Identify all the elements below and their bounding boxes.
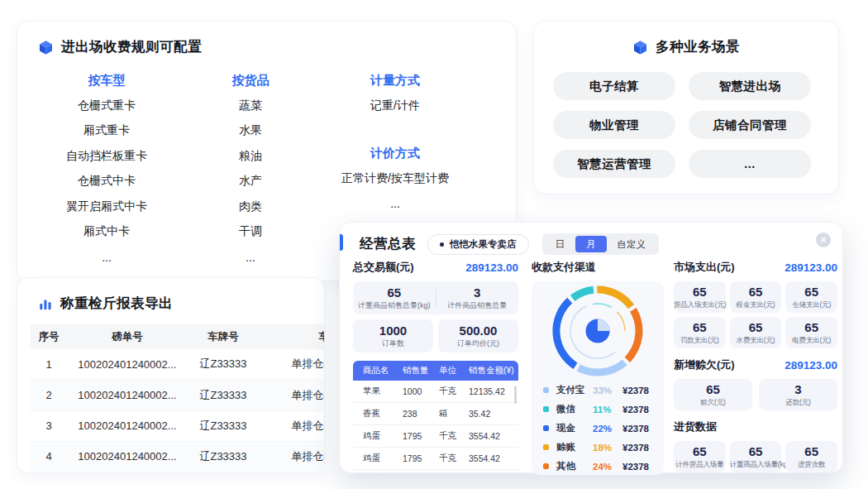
weigh-table-cell: 辽Z33333 — [188, 410, 259, 441]
legend-amount: ¥2378 — [622, 443, 649, 453]
legend-percent: 24% — [593, 462, 622, 472]
product-table-cell: 箱 — [439, 408, 469, 419]
section-value: 289123.00 — [785, 261, 837, 274]
period-tab[interactable]: 自定义 — [607, 236, 657, 252]
scenario-button[interactable]: 店铺合同管理 — [689, 111, 811, 139]
bar-chart-icon — [38, 296, 53, 311]
table-row: 苹果1000千克12135.42 — [353, 381, 518, 403]
legend-item: 微信11%¥2378 — [543, 400, 664, 419]
table-row: 4100202401240002...辽Z33333单排仓栅式货车 — [31, 441, 325, 472]
stat-label: 订单数 — [353, 338, 433, 348]
stat-label: 电费支出(元) — [785, 335, 837, 345]
scenario-button[interactable]: 智慧进出场 — [689, 72, 811, 100]
product-table-header-cell: 销售金额(¥) — [469, 365, 518, 376]
expense-stat-box: 65租金支出(元) — [730, 281, 782, 313]
legend-swatch-icon — [543, 463, 549, 469]
stat-label: 赊欠(元) — [674, 397, 752, 407]
product-table-cell: 12135.42 — [469, 386, 518, 396]
product-table-cell: 1000 — [403, 386, 439, 396]
expense-stat-box: 65水费支出(元) — [730, 317, 782, 348]
period-tab[interactable]: 月 — [575, 236, 607, 252]
transactions-column: 总交易额(元) 289123.00 65 计重商品销售总量(kg) 3 计件商品… — [353, 257, 518, 470]
fee-rule-item: ... — [32, 245, 181, 271]
weigh-table-cell: 100202401240002... — [67, 441, 188, 472]
product-table-body: 苹果1000千克12135.42香蕉238箱35.42鸡蛋1795千克3554.… — [353, 381, 518, 470]
page: 进出场收费规则可配置 按车型仓栅式重卡厢式重卡自动挡栏板重卡仓栅式中卡翼开启厢式… — [0, 0, 868, 489]
credit-stats: 65赊欠(元)3还款(元) — [674, 379, 837, 410]
product-table-header: 商品名销售量单位销售金额(¥) — [353, 361, 518, 381]
credit-stat-box: 3还款(元) — [759, 379, 837, 410]
legend-percent: 22% — [593, 424, 622, 434]
stat-value: 65 — [674, 444, 726, 458]
product-table-cell: 鸡蛋 — [363, 453, 403, 464]
legend-label: 其他 — [556, 460, 593, 472]
product-table-cell: 3554.42 — [469, 431, 518, 441]
stat-value: 1000 — [353, 324, 433, 338]
fee-rule-item: 肉类 — [188, 194, 312, 220]
payment-channel-card: 支付宝33%¥2378微信11%¥2378现金22%¥2378赊账18%¥237… — [532, 281, 664, 475]
fee-rule-item: 仓栅式重卡 — [32, 93, 181, 119]
legend-label: 微信 — [556, 403, 593, 415]
stat-box: 65 计重商品销售总量(kg) — [353, 285, 436, 310]
scenario-button[interactable]: 智慧运营管理 — [553, 150, 675, 178]
close-icon[interactable]: × — [816, 233, 831, 247]
fee-column-header: 按车型 — [32, 68, 181, 93]
product-table-cell: 1795 — [403, 431, 439, 441]
product-table-cell: 鸡蛋 — [363, 430, 403, 442]
fee-rule-item: 水产 — [188, 169, 312, 194]
store-name: 恺恺水果专卖店 — [450, 238, 517, 251]
weigh-table-body: 1100202401240002...辽Z33333单排仓栅式货车2100202… — [31, 349, 325, 472]
legend-item: 现金22%¥2378 — [543, 419, 664, 438]
panel-title: 进出场收费规则可配置 — [61, 38, 202, 56]
legend-label: 赊账 — [556, 441, 593, 453]
expense-stat-box: 65电费支出(元) — [785, 317, 837, 348]
weigh-table-cell: 100202401240002... — [67, 380, 188, 410]
section-label: 总交易额(元) — [353, 260, 414, 275]
legend-swatch-icon — [543, 444, 549, 450]
purchase-label-row: 进货数据 — [674, 417, 837, 437]
expense-stat-box: 65货品入场支出(元) — [674, 281, 726, 313]
product-table-header-cell: 销售量 — [403, 365, 439, 376]
stat-value: 65 — [730, 444, 782, 458]
fee-rule-item: 干调 — [188, 219, 312, 245]
stat-value: 65 — [674, 320, 726, 334]
table-row: 3100202401240002...辽Z33333单排仓栅式货车 — [31, 410, 325, 441]
store-dot-icon — [440, 242, 444, 247]
fee-rules-column: 按车型仓栅式重卡厢式重卡自动挡栏板重卡仓栅式中卡翼开启厢式中卡厢式中卡... — [32, 68, 181, 270]
fee-rule-item: 正常计费/按车型计费 — [312, 166, 478, 192]
scenario-button[interactable]: ... — [689, 150, 811, 178]
stat-box: 1000 订单数 — [353, 319, 433, 352]
title-accent-bar — [340, 234, 343, 251]
period-tab[interactable]: 日 — [545, 236, 576, 252]
stat-label: 计件商品销售总量 — [436, 300, 519, 310]
stat-box: 500.00 订单均价(元) — [438, 319, 518, 352]
weigh-table-cell: 4 — [31, 441, 67, 472]
stat-box: 3 计件商品销售总量 — [436, 285, 519, 310]
fee-rule-item: 记重/计件 — [312, 93, 478, 119]
expense-stat-box: 65罚款支出(元) — [674, 317, 726, 348]
fee-rules-group: 按车型仓栅式重卡厢式重卡自动挡栏板重卡仓栅式中卡翼开启厢式中卡厢式中卡... — [32, 68, 181, 270]
weigh-table-cell: 1 — [31, 349, 67, 380]
scenario-buttons: 电子结算智慧进出场物业管理店铺合同管理智慧运营管理... — [553, 72, 811, 178]
product-table-cell: 千克 — [439, 453, 469, 464]
product-table-cell: 3554.42 — [469, 453, 518, 463]
fee-rules-group: 计量方式记重/计件 — [312, 68, 478, 118]
legend-label: 现金 — [556, 422, 593, 434]
fee-rule-item: 翼开启厢式中卡 — [32, 194, 181, 220]
scenario-button[interactable]: 物业管理 — [553, 111, 675, 139]
section-label: 进货数据 — [674, 419, 717, 434]
store-selector[interactable]: 恺恺水果专卖店 — [427, 234, 529, 255]
product-table-cell: 苹果 — [363, 386, 403, 397]
scenario-button[interactable]: 电子结算 — [553, 72, 675, 100]
scrollbar-thumb[interactable] — [514, 386, 517, 404]
weigh-table-cell: 辽Z33333 — [188, 380, 259, 410]
fee-rules-group: 计价方式正常计费/按车型计费... — [312, 141, 478, 217]
stat-label: 计重商品销售总量(kg) — [353, 300, 436, 310]
weigh-table-header-cell: 序号 — [31, 324, 67, 349]
stat-value: 3 — [759, 382, 837, 396]
fee-rules-header: 进出场收费规则可配置 — [17, 22, 516, 56]
stat-value: 65 — [785, 320, 837, 334]
legend-item: 赊账18%¥2378 — [543, 438, 664, 457]
stat-label: 货品入场支出(元) — [674, 300, 726, 309]
legend-label: 支付宝 — [556, 384, 593, 396]
